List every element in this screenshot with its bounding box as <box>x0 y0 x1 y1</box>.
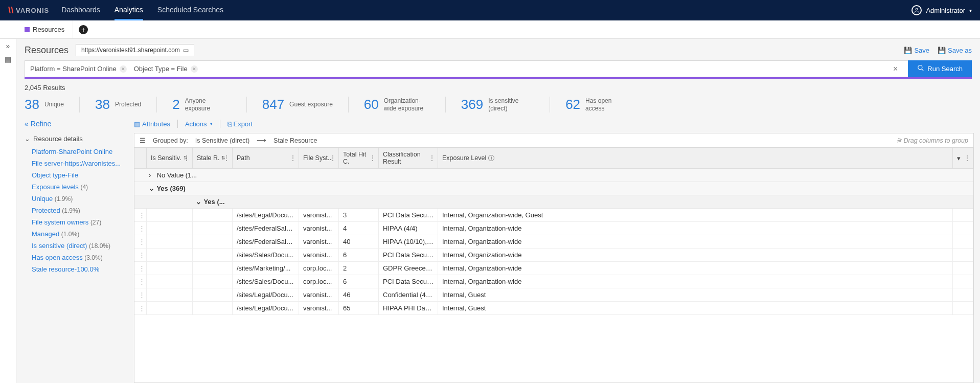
refine-item[interactable]: Managed (1.0%) <box>32 228 129 240</box>
col-stale-resource[interactable]: Stale R.⇅⋮ <box>193 148 233 168</box>
summary-item[interactable]: 369Is sensitive (direct) <box>461 97 550 112</box>
summary-label: Guest exposure <box>289 101 333 108</box>
refine-item[interactable]: Platform-SharePoint Online <box>32 146 129 157</box>
row-drag-handle[interactable]: ⋮ <box>134 235 147 248</box>
row-drag-handle[interactable]: ⋮ <box>134 222 147 235</box>
col-file-system[interactable]: File Syst...⋮ <box>299 148 339 168</box>
user-menu[interactable]: Administrator ▾ <box>911 5 972 15</box>
row-drag-handle[interactable]: ⋮ <box>134 302 147 314</box>
refine-item[interactable]: File system owners (27) <box>32 216 129 228</box>
summary-number: 60 <box>364 97 379 112</box>
summary-item[interactable]: 847Guest exposure <box>262 97 349 112</box>
col-total-hit-count[interactable]: Total Hit C.⋮ <box>339 148 379 168</box>
refine-item[interactable]: Exposure levels (4) <box>32 181 129 193</box>
refine-item[interactable]: Protected (1.9%) <box>32 205 129 216</box>
cell-file-system: varonist... <box>299 222 339 235</box>
table-row[interactable]: ⋮/sites/Sales/Docu...varonist...6PCI Dat… <box>134 249 973 262</box>
summary-item[interactable]: 2Anyone exposure <box>172 97 246 112</box>
refine-item[interactable]: Object type-File <box>32 169 129 181</box>
group-row-no-value[interactable]: › No Value (1... <box>134 169 973 182</box>
filter-chip-object-type[interactable]: Object Type = File × <box>134 65 198 73</box>
cell-is-sensitive <box>147 209 193 221</box>
table-row[interactable]: ⋮/sites/Legal/Docu...varonist...46Confid… <box>134 288 973 302</box>
refine-item[interactable]: File server-https://varonistes... <box>32 157 129 169</box>
save-as-button[interactable]: 💾 Save as <box>938 47 972 54</box>
summary-row: 38Unique38Protected2Anyone exposure847Gu… <box>16 94 980 118</box>
run-search-button[interactable]: Run Search <box>908 60 972 77</box>
remove-filter-platform-icon[interactable]: × <box>120 65 127 73</box>
cell-file-system: varonist... <box>299 288 339 301</box>
col-menu-icon[interactable]: ⋮ <box>183 154 190 162</box>
link-icon: ⟶ <box>257 137 266 144</box>
row-drag-handle[interactable]: ⋮ <box>134 275 147 288</box>
summary-item[interactable]: 38Protected <box>95 97 157 112</box>
add-tab-button[interactable]: + <box>79 25 88 34</box>
refine-item[interactable]: Stale resource-100.0% <box>32 263 129 275</box>
refine-item-label: Has open access <box>32 254 83 261</box>
cell-path: /sites/Sales/Docu... <box>233 249 299 261</box>
row-drag-handle[interactable]: ⋮ <box>134 209 147 221</box>
save-button[interactable]: 💾 Save <box>904 47 929 54</box>
table-row[interactable]: ⋮/sites/Legal/Docu...varonist...65HIPAA … <box>134 302 973 315</box>
scope-url-chip[interactable]: https://varonistest91.sharepoint.com ▭ <box>76 44 194 56</box>
clear-filters-icon[interactable]: × <box>888 64 903 74</box>
refine-item-label: Protected <box>32 207 60 214</box>
cell-stale <box>193 222 233 235</box>
table-row[interactable]: ⋮/sites/FederalSale...varonist...4HIPAA … <box>134 222 973 235</box>
table-row[interactable]: ⋮/sites/Sales/Docu...corp.loc...6PCI Dat… <box>134 275 973 288</box>
layout-icon[interactable]: ▤ <box>5 55 11 63</box>
subtab-resources[interactable]: Resources <box>16 20 73 38</box>
remove-filter-objecttype-icon[interactable]: × <box>191 65 198 73</box>
col-is-sensitive[interactable]: Is Sensitiv.⇅⋮ <box>147 148 193 168</box>
filter-chip-platform[interactable]: Platform = SharePoint Online × <box>30 65 127 73</box>
summary-number: 847 <box>262 97 284 112</box>
summary-number: 62 <box>565 97 580 112</box>
actions-menu[interactable]: Actions <box>185 120 213 128</box>
cell-hit-count: 6 <box>339 249 379 261</box>
table-row[interactable]: ⋮/sites/FederalSale...varonist...40HIPAA… <box>134 235 973 249</box>
col-path[interactable]: Path⋮ <box>233 148 299 168</box>
info-icon[interactable]: i <box>488 155 494 161</box>
cell-path: /sites/Marketing/... <box>233 262 299 275</box>
expand-rail-icon[interactable]: » <box>6 42 10 50</box>
col-menu-icon[interactable]: ⋮ <box>428 154 436 162</box>
group-chip-sensitive[interactable]: Is Sensitive (direct) <box>195 137 249 144</box>
row-drag-handle[interactable]: ⋮ <box>134 249 147 261</box>
refine-item[interactable]: Has open access (3.0%) <box>32 252 129 263</box>
col-exposure-level[interactable]: Exposure Level i <box>438 148 953 168</box>
col-menu-icon[interactable]: ⋮ <box>289 154 297 162</box>
refine-item-count: (18.0%) <box>89 242 110 250</box>
nav-dashboards[interactable]: Dashboards <box>61 1 100 20</box>
refine-toggle[interactable]: « Refine <box>25 120 129 128</box>
col-more[interactable]: ▾⋮ <box>953 148 973 168</box>
row-drag-handle[interactable]: ⋮ <box>134 262 147 275</box>
cell-hit-count: 2 <box>339 262 379 275</box>
nav-analytics[interactable]: Analytics <box>115 1 143 20</box>
group-row-yes-sub[interactable]: ⌄ Yes (... <box>134 195 973 209</box>
table-row[interactable]: ⋮/sites/Marketing/...corp.loc...2GDPR Gr… <box>134 262 973 275</box>
subtab-bar: Resources + <box>0 20 980 39</box>
col-classification-result[interactable]: Classification Result⋮ <box>379 148 438 168</box>
refine-section-resource-details[interactable]: ⌄ Resource details <box>25 135 129 143</box>
brand-text: VARONIS <box>16 7 49 14</box>
export-button[interactable]: ⎘ Export <box>227 120 253 128</box>
brand-logo: \\ VARONIS <box>8 5 49 16</box>
refine-item[interactable]: Unique (1.9%) <box>32 193 129 205</box>
summary-item[interactable]: 38Unique <box>25 97 80 112</box>
col-menu-icon[interactable]: ⋮ <box>964 154 971 162</box>
refine-item[interactable]: Is sensitive (direct) (18.0%) <box>32 240 129 252</box>
cell-exposure: Internal, Organization-wide <box>438 249 953 261</box>
table-row[interactable]: ⋮/sites/Legal/Docu...varonist...3PCI Dat… <box>134 209 973 222</box>
svg-point-1 <box>918 65 922 70</box>
row-drag-handle[interactable]: ⋮ <box>134 288 147 301</box>
col-menu-icon[interactable]: ⋮ <box>329 154 336 162</box>
summary-item[interactable]: 60Organization-wide exposure <box>364 97 446 112</box>
nav-scheduled-searches[interactable]: Scheduled Searches <box>157 1 223 20</box>
group-chip-stale[interactable]: Stale Resource <box>274 137 317 144</box>
attributes-button[interactable]: ▥ Attributes <box>134 120 170 128</box>
col-menu-icon[interactable]: ⋮ <box>223 154 230 162</box>
group-row-yes[interactable]: ⌄ Yes (369) <box>134 182 973 195</box>
col-menu-icon[interactable]: ⋮ <box>369 154 376 162</box>
summary-item[interactable]: 62Has open access <box>565 97 647 112</box>
cell-stale <box>193 275 233 288</box>
